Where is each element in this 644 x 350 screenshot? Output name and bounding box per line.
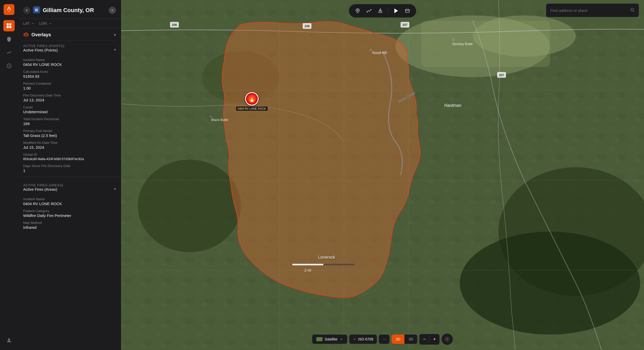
sidebar-item-user[interactable]	[3, 335, 15, 346]
lon-value: --	[49, 21, 52, 25]
layer-group-areas: Active Fires (Areas) Active Fires (Areas…	[18, 180, 121, 231]
compass-button[interactable]	[442, 334, 453, 345]
field-global-id: Global ID 6f3cdcd0-9a8a-424f-b0bf-57d3b9…	[23, 151, 116, 162]
incident-name-value-1: 0404 RV LONE ROCK	[23, 62, 116, 67]
lat-label: LAT:	[23, 21, 30, 25]
layer-group-points-chevron: ▾	[114, 48, 116, 52]
svg-rect-47	[303, 23, 311, 29]
svg-text:Hardman: Hardman	[444, 103, 461, 108]
projection-button[interactable]: ISO 6709	[349, 335, 377, 344]
overlays-chevron: ▾	[114, 32, 116, 37]
toolbar-arrow-btn[interactable]	[392, 6, 401, 15]
svg-text:Rood Hill: Rood Hill	[372, 51, 387, 55]
svg-rect-20	[121, 0, 644, 350]
svg-point-8	[8, 338, 10, 340]
toolbar-shape-btn[interactable]	[376, 6, 385, 15]
percent-contained-value: 1.00	[23, 86, 116, 90]
panel-title: Gilliam County, OR	[43, 7, 106, 14]
satellite-layer-icon	[316, 337, 323, 341]
lon-label: LON:	[39, 21, 48, 25]
field-total-personnel: Total Incident Personnel 189	[23, 116, 116, 127]
svg-text:△: △	[370, 48, 372, 51]
feature-category-value: Wildfire Daily Fire Perimeter	[23, 213, 116, 218]
svg-point-55	[357, 10, 358, 11]
toolbar-divider-1	[388, 8, 388, 14]
overlays-title-row: Overlays	[23, 32, 51, 38]
panel-scroll-area[interactable]: Overlays ▾ Active Fires (Points) Active …	[18, 28, 121, 350]
svg-text:Black Butte: Black Butte	[211, 118, 228, 122]
fire-marker-icon: 🔥	[245, 92, 259, 106]
layer-dropdown-chevron	[340, 337, 343, 341]
modified-date-value: Jul 15, 2024	[23, 145, 116, 150]
fire-discovery-date-label: Fire Discovery Date Time	[23, 93, 116, 97]
2d-button[interactable]: 2D	[392, 335, 404, 344]
sidebar-item-layers[interactable]	[3, 20, 15, 31]
cause-label: Cause	[23, 105, 116, 109]
layer-group-points-name: Active Fires (Points)	[23, 48, 64, 55]
map-area[interactable]: 2 mi Lonerock Hardman Rood Hill Stuckey …	[121, 0, 644, 350]
incident-name-value-2: 0404 RV LONE ROCK	[23, 202, 116, 206]
total-personnel-label: Total Incident Personnel	[23, 117, 116, 121]
svg-point-57	[371, 10, 371, 10]
svg-point-22	[395, 15, 550, 77]
svg-rect-21	[121, 0, 644, 350]
layer-group-areas-header[interactable]: Active Fires (Areas) Active Fires (Areas…	[23, 180, 116, 196]
map-background: 2 mi Lonerock Hardman Rood Hill Stuckey …	[121, 0, 644, 350]
sidebar-item-shield[interactable]	[3, 33, 15, 45]
days-since-value: 1	[23, 168, 116, 173]
fuel-model-label: Primary Fuel Model	[23, 129, 116, 133]
sidebar-item-chart[interactable]	[3, 47, 15, 58]
3d-button[interactable]: 3D	[404, 335, 417, 344]
svg-text:206: 206	[304, 24, 310, 28]
toolbar-pin-btn[interactable]	[353, 6, 362, 15]
percent-contained-label: Percent Contained	[23, 82, 116, 85]
map-method-value: Infrared	[23, 225, 116, 230]
search-input[interactable]	[550, 8, 628, 13]
search-icon[interactable]	[630, 7, 635, 13]
incident-name-label-1: Incident Name	[23, 58, 116, 62]
panel-coordinates: LAT: -- LON: --	[18, 19, 121, 28]
field-percent-contained: Percent Contained 1.00	[23, 80, 116, 92]
zoom-out-button[interactable]: −	[419, 334, 429, 345]
calculated-acres-value: 51854.93	[23, 74, 116, 78]
panel-close-button[interactable]	[109, 7, 116, 14]
global-id-label: Global ID	[23, 153, 116, 156]
field-cause: Cause Undetermined	[23, 104, 116, 116]
layer-group-points-header[interactable]: Active Fires (Points) Active Fires (Poin…	[23, 40, 116, 56]
field-fire-discovery-date: Fire Discovery Date Time Jul 13, 2024	[23, 92, 116, 104]
overlays-header[interactable]: Overlays ▾	[18, 28, 121, 40]
svg-rect-3	[7, 23, 9, 25]
zoom-in-button[interactable]: +	[430, 334, 440, 345]
svg-rect-60	[405, 9, 409, 12]
map-toolbar	[349, 4, 416, 18]
layer-group-points-label: Active Fires (Points)	[23, 44, 64, 48]
svg-point-62	[631, 8, 634, 11]
svg-point-25	[138, 160, 241, 252]
main-content: 🏛 Gilliam County, OR LAT: -- LON: --	[18, 0, 644, 350]
svg-text:Lonerock: Lonerock	[318, 255, 335, 259]
latitude-field: LAT: --	[23, 21, 34, 25]
svg-rect-24	[421, 21, 550, 67]
toolbar-panel-btn[interactable]	[403, 6, 412, 15]
svg-text:207: 207	[402, 23, 408, 27]
panel-back-button[interactable]	[23, 7, 30, 14]
map-bottom-bar: Satellite ISO 6709 -- 2D 3D −	[312, 334, 453, 345]
field-fuel-model: Primary Fuel Model Tall Grass (2.5 feet)	[23, 127, 116, 139]
dimension-toggle: 2D 3D	[392, 335, 417, 344]
dash-button: --	[379, 335, 389, 344]
overlays-label: Overlays	[31, 32, 51, 38]
feature-category-label: Feature Category	[23, 209, 116, 213]
fire-discovery-date-value: Jul 13, 2024	[23, 98, 116, 102]
fire-marker[interactable]: 🔥 0404 RV LONE ROCK	[236, 92, 267, 111]
svg-rect-49	[401, 22, 409, 28]
sidebar-item-history[interactable]	[3, 60, 15, 72]
global-id-value: 6f3cdcd0-9a8a-424f-b0bf-57d3b97ec92a	[23, 157, 116, 161]
svg-point-59	[380, 10, 381, 11]
layer-type-label: Satellite	[325, 337, 337, 341]
svg-rect-6	[9, 26, 11, 28]
layer-type-button[interactable]: Satellite	[312, 335, 347, 344]
svg-rect-4	[9, 23, 11, 25]
map-method-label: Map Method	[23, 221, 116, 225]
svg-text:Rock Creek: Rock Creek	[398, 91, 416, 104]
toolbar-path-btn[interactable]	[365, 6, 374, 15]
